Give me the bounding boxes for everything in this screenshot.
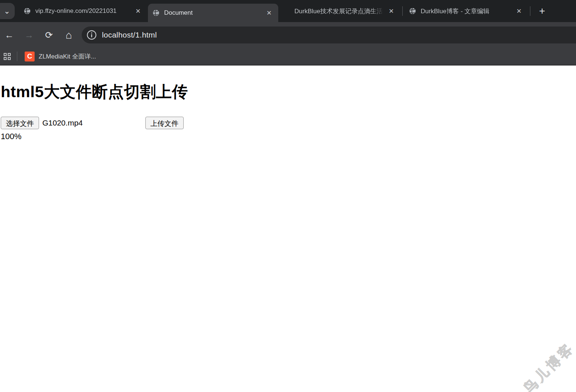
file-upload-row: 选择文件 G1020.mp4 上传文件 — [1, 117, 576, 129]
tab-document[interactable]: Document ✕ — [148, 4, 278, 22]
watermark-text: 鸟儿博客 — [519, 339, 576, 392]
tab-durkblue-editor[interactable]: DurkBlue博客 - 文章编辑 ✕ — [404, 3, 528, 19]
page-title: html5大文件断点切割上传 — [1, 66, 576, 102]
tab-separator — [530, 6, 530, 16]
page-content: html5大文件断点切割上传 选择文件 G1020.mp4 上传文件 100% … — [0, 66, 576, 391]
apps-grid-icon[interactable] — [0, 49, 14, 63]
home-button[interactable]: ⌂ — [60, 27, 77, 43]
tab-title: vip.ffzy-online.com/20221031 — [35, 7, 131, 15]
tabs-container: vip.ffzy-online.com/20221031 ✕ Document … — [19, 0, 550, 22]
tab-close-icon[interactable]: ✕ — [264, 8, 274, 18]
tab-separator — [402, 6, 403, 16]
browser-toolbar: ← → ⟳ ⌂ localhost/1.html — [0, 22, 576, 48]
address-bar[interactable]: localhost/1.html — [82, 27, 576, 43]
upload-progress-text: 100% — [1, 132, 576, 141]
new-tab-button[interactable]: + — [534, 3, 550, 19]
url-host: localhost — [102, 31, 133, 39]
back-icon: ← — [5, 30, 14, 40]
tab-durkblue-tech[interactable]: DurkBlue技术发展记录点滴生活 ✕ — [278, 3, 400, 19]
tab-close-icon[interactable]: ✕ — [133, 6, 143, 16]
forward-button[interactable]: → — [21, 27, 38, 43]
url-path: /1.html — [133, 31, 157, 39]
upload-file-button[interactable]: 上传文件 — [145, 117, 184, 129]
choose-file-button[interactable]: 选择文件 — [1, 117, 39, 129]
tab-title: Document — [164, 9, 262, 17]
bookmark-label: ZLMediaKit 全面详... — [39, 52, 96, 61]
tab-title: DurkBlue技术发展记录点滴生活 — [294, 7, 384, 15]
tab-vip-ffzy[interactable]: vip.ffzy-online.com/20221031 ✕ — [19, 3, 147, 19]
forward-icon: → — [25, 30, 34, 40]
tab-close-icon[interactable]: ✕ — [514, 6, 524, 16]
bookmarks-divider — [17, 52, 17, 61]
durkblue-logo-icon — [283, 7, 290, 15]
url-text[interactable]: localhost/1.html — [102, 31, 157, 39]
globe-icon — [24, 7, 31, 15]
tab-search-button[interactable]: ⌄ — [0, 3, 15, 19]
reload-button[interactable]: ⟳ — [40, 27, 57, 43]
bookmark-zlmediakit[interactable]: C ZLMediaKit 全面详... — [22, 50, 99, 63]
selected-file-name: G1020.mp4 — [42, 119, 83, 127]
chevron-down-icon: ⌄ — [4, 7, 10, 15]
bookmarks-bar: C ZLMediaKit 全面详... — [0, 48, 576, 66]
page-info-icon[interactable] — [86, 30, 97, 40]
globe-icon — [152, 9, 160, 17]
tab-close-icon[interactable]: ✕ — [386, 6, 396, 16]
back-button[interactable]: ← — [1, 27, 18, 43]
plus-icon: + — [539, 5, 545, 17]
tab-title: DurkBlue博客 - 文章编辑 — [421, 7, 512, 15]
tab-strip: ⌄ vip.ffzy-online.com/20221031 ✕ — [0, 0, 576, 22]
globe-icon — [409, 7, 416, 15]
csdn-icon: C — [25, 52, 35, 61]
home-icon: ⌂ — [66, 29, 72, 41]
reload-icon: ⟳ — [45, 30, 53, 40]
